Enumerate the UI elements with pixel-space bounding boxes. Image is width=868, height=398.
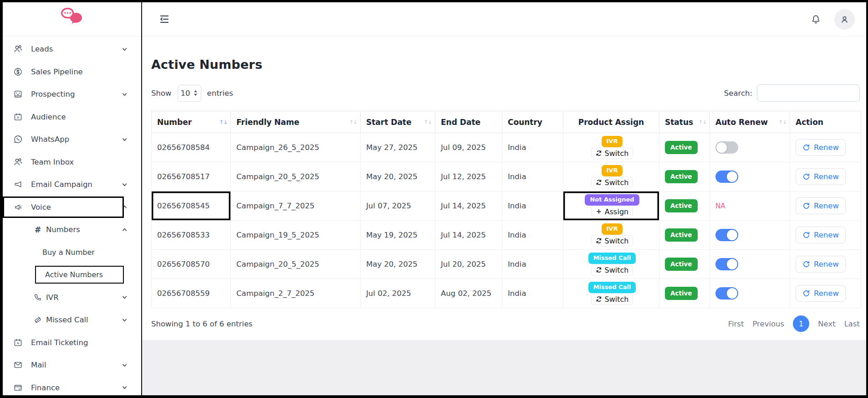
chevron-up-icon bbox=[122, 227, 128, 233]
auto-renew-toggle[interactable] bbox=[715, 258, 738, 270]
sidebar-item-team-inbox[interactable]: Team Inbox bbox=[3, 151, 141, 174]
renew-button[interactable]: Renew bbox=[796, 285, 846, 302]
renew-button[interactable]: Renew bbox=[796, 227, 846, 243]
cell-action: Renew bbox=[790, 221, 861, 250]
logo-bar bbox=[3, 2, 141, 36]
start-date-value: May 20, 2025 bbox=[366, 172, 418, 181]
sidebar-item-audience[interactable]: AAudience bbox=[3, 106, 141, 129]
renew-icon bbox=[802, 231, 810, 239]
cell-country: India bbox=[502, 191, 563, 221]
column-header-label: Country bbox=[508, 118, 542, 127]
sidebar-item-ivr[interactable]: IVR bbox=[3, 286, 141, 309]
pagination-first[interactable]: First bbox=[728, 320, 744, 328]
page-size-value: 10 bbox=[181, 89, 190, 98]
renew-icon bbox=[802, 289, 810, 297]
column-header-status[interactable]: Status↑↓ bbox=[659, 111, 710, 133]
product-badge: Missed Call bbox=[588, 282, 636, 293]
search-input[interactable] bbox=[757, 84, 860, 102]
start-date-value: Jul 07, 2025 bbox=[366, 202, 411, 210]
cell-number: 02656708584 bbox=[152, 133, 231, 162]
pagination-last[interactable]: Last bbox=[844, 320, 860, 328]
column-header-label: Status bbox=[665, 118, 693, 127]
friendly-name-value: Campaign_7_7_2025 bbox=[236, 202, 315, 210]
main-area: Active Numbers Show 10 entries Search: bbox=[142, 2, 866, 395]
pagination-page-1[interactable]: 1 bbox=[793, 315, 809, 332]
product-badge: IVR bbox=[602, 136, 623, 147]
cell-product-assign: IVRSwitch bbox=[563, 221, 659, 250]
switch-button[interactable]: Switch bbox=[591, 264, 633, 276]
sidebar-item-label: Email Ticketing bbox=[31, 338, 88, 347]
end-date-value: Aug 02, 2025 bbox=[441, 289, 491, 298]
column-header-friendly-name[interactable]: Friendly Name↑↓ bbox=[231, 111, 361, 133]
cell-auto-renew bbox=[710, 133, 790, 162]
column-header-label: Number bbox=[157, 118, 192, 127]
sidebar-item-numbers[interactable]: #Numbers bbox=[3, 218, 141, 241]
start-date-value: May 27, 2025 bbox=[366, 143, 418, 152]
cell-product-assign: Not AssignedAssign bbox=[563, 191, 659, 221]
page-title: Active Numbers bbox=[151, 57, 860, 72]
switch-button[interactable]: Switch bbox=[591, 148, 633, 159]
cell-country: India bbox=[502, 162, 563, 191]
cell-status: Active bbox=[659, 279, 710, 308]
cell-end-date: Jul 09, 2025 bbox=[435, 133, 502, 162]
switch-button[interactable]: Switch bbox=[591, 235, 633, 247]
sidebar-item-label: IVR bbox=[46, 293, 59, 302]
sidebar-item-finance[interactable]: Finance bbox=[3, 377, 141, 396]
sidebar-item-buy-a-number[interactable]: Buy a Number bbox=[3, 241, 141, 264]
cell-friendly-name: Campaign_2_7_2025 bbox=[231, 279, 361, 308]
auto-renew-toggle[interactable] bbox=[715, 287, 738, 300]
end-date-value: Jul 20, 2025 bbox=[441, 260, 486, 269]
notifications-bell-icon[interactable] bbox=[810, 14, 822, 25]
topbar bbox=[142, 2, 866, 36]
sidebar-item-label: Leads bbox=[31, 45, 53, 53]
auto-renew-toggle[interactable] bbox=[715, 141, 738, 154]
switch-button[interactable]: Switch bbox=[591, 294, 633, 305]
sidebar-item-email-ticketing[interactable]: AEmail Ticketing bbox=[3, 331, 141, 354]
sidebar-item-sales-pipeline[interactable]: Sales Pipeline bbox=[3, 61, 141, 83]
sidebar-collapse-icon[interactable] bbox=[157, 12, 172, 26]
sidebar-item-voice[interactable]: Voice bbox=[3, 196, 141, 219]
status-badge: Active bbox=[665, 287, 698, 300]
renew-button[interactable]: Renew bbox=[796, 197, 846, 214]
sidebar-item-mail[interactable]: Mail bbox=[3, 354, 141, 377]
sidebar-item-whatsapp[interactable]: WhatsApp bbox=[3, 128, 141, 151]
chevron-down-icon bbox=[122, 136, 128, 142]
renew-button[interactable]: Renew bbox=[796, 139, 846, 156]
cell-country: India bbox=[502, 133, 563, 162]
column-header-country: Country bbox=[502, 111, 563, 133]
page-size-select[interactable]: 10 bbox=[178, 85, 201, 102]
sidebar-item-prospecting[interactable]: Prospecting bbox=[3, 83, 141, 106]
sidebar-item-active-numbers[interactable]: Active Numbers bbox=[3, 264, 141, 286]
friendly-name-value: Campaign_2_7_2025 bbox=[236, 289, 315, 298]
sidebar-item-leads[interactable]: Leads bbox=[3, 38, 141, 61]
end-date-value: Jul 14, 2025 bbox=[441, 231, 486, 239]
product-badge: Missed Call bbox=[588, 253, 636, 264]
auto-renew-toggle[interactable] bbox=[715, 171, 738, 183]
sidebar-item-missed-call[interactable]: Missed Call bbox=[3, 309, 141, 331]
column-header-auto-renew[interactable]: Auto Renew↑↓ bbox=[710, 111, 790, 133]
sidebar-item-label: Active Numbers bbox=[35, 266, 124, 284]
column-header-product-assign: Product Assign bbox=[563, 111, 659, 133]
column-header-start-date[interactable]: Start Date↑↓ bbox=[361, 111, 435, 133]
cell-auto-renew bbox=[710, 279, 790, 308]
cell-number: 02656708570 bbox=[152, 250, 231, 279]
sidebar-item-email-campaign[interactable]: Email Campaign bbox=[3, 173, 141, 196]
switch-button[interactable]: Switch bbox=[591, 177, 633, 188]
entries-label: entries bbox=[207, 89, 233, 98]
renew-button[interactable]: Renew bbox=[796, 256, 846, 273]
renew-button[interactable]: Renew bbox=[796, 168, 846, 185]
number-value: 02656708559 bbox=[157, 289, 209, 298]
table-header-row: Number↑↓Friendly Name↑↓Start Date↑↓End D… bbox=[152, 111, 861, 133]
user-avatar[interactable] bbox=[834, 9, 855, 30]
country-value: India bbox=[508, 202, 526, 210]
cell-number: 02656708559 bbox=[152, 279, 231, 308]
assign-button[interactable]: Assign bbox=[591, 206, 633, 217]
sort-icon: ↑↓ bbox=[778, 119, 786, 125]
auto-renew-toggle[interactable] bbox=[715, 229, 738, 241]
cell-product-assign: IVRSwitch bbox=[563, 162, 659, 191]
pagination-next[interactable]: Next bbox=[818, 320, 835, 328]
sidebar-item-label: Finance bbox=[31, 383, 60, 392]
pagination-previous[interactable]: Previous bbox=[752, 320, 784, 328]
column-header-number[interactable]: Number↑↓ bbox=[152, 111, 231, 133]
table-row: 02656708545Campaign_7_7_2025Jul 07, 2025… bbox=[152, 191, 861, 221]
